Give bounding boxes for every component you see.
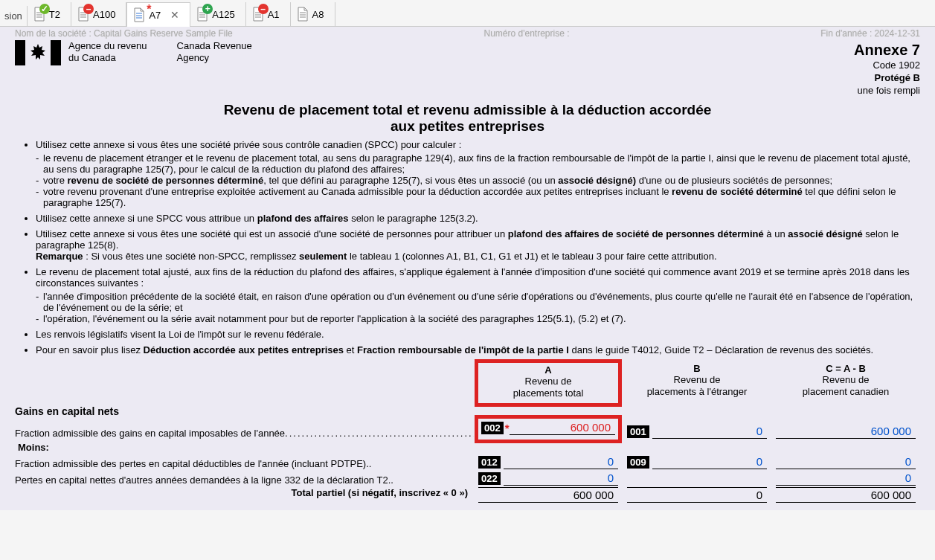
- document-icon: +: [196, 7, 208, 22]
- tab-a1[interactable]: – A1: [246, 2, 291, 26]
- value-field: 600 000: [776, 487, 916, 503]
- row-fraction-gains: Fraction admissible des gains en capital…: [15, 419, 920, 439]
- annexe-protected: Protégé B: [854, 72, 920, 85]
- value-field[interactable]: 0: [504, 471, 618, 486]
- document-icon: [297, 7, 309, 22]
- moins-label: Moins:: [18, 442, 920, 453]
- line-code: 009: [627, 456, 649, 469]
- line-code: 001: [627, 425, 649, 438]
- cell-c3: 0: [771, 471, 920, 486]
- col-b-header: B Revenu de placements à l'étranger: [623, 363, 771, 403]
- value-field: 0: [627, 487, 767, 503]
- annexe-code: Code 1902: [854, 59, 920, 72]
- tab-t2[interactable]: ✓ T2: [28, 2, 71, 26]
- instructions-list: Utilisez cette annexe si vous êtes une s…: [15, 139, 920, 355]
- value-field[interactable]: 600 000: [510, 420, 615, 435]
- section-gains: Gains en capital nets: [15, 405, 920, 417]
- row-pertes-nettes: Pertes en capital nettes d'autres années…: [15, 471, 920, 486]
- value-field[interactable]: 0: [652, 454, 767, 469]
- annexe-rempli: une fois rempli: [854, 85, 920, 97]
- value-field[interactable]: 0: [504, 454, 618, 469]
- cell-subtotal-b: 0: [623, 487, 771, 503]
- bullet-4: Le revenu de placement total ajusté, aux…: [36, 266, 920, 324]
- cell-c2: 0: [771, 454, 920, 469]
- meta-bn: Numéro d'entreprise :: [484, 28, 570, 39]
- value-field[interactable]: 0: [776, 454, 916, 469]
- tab-label: A100: [93, 9, 115, 20]
- tab-label: T2: [49, 9, 60, 20]
- bullet-3: Utilisez cette annexe si vous êtes une s…: [36, 228, 920, 262]
- page-title-1: Revenu de placement total et revenu admi…: [15, 102, 920, 118]
- agency-english: Canada Revenue Agency: [177, 40, 252, 63]
- cell-subtotal-a: 600 000: [474, 487, 623, 503]
- badge-minus-icon: –: [83, 4, 94, 14]
- line-code: 002: [481, 422, 504, 434]
- document-area: Agence du revenu du Canada Canada Revenu…: [0, 39, 935, 510]
- cell-012: 012 0: [474, 454, 623, 469]
- document-icon: *: [133, 7, 145, 22]
- value-field: 600 000: [478, 487, 618, 503]
- badge-check-icon: ✓: [39, 4, 50, 14]
- col-a-header: A Revenu de placements total: [474, 363, 623, 403]
- value-field[interactable]: 600 000: [776, 424, 916, 439]
- canada-flag-icon: [15, 40, 61, 65]
- close-icon[interactable]: ✕: [170, 9, 179, 21]
- bullet-1-sub-3: votre revenu provenant d'une entreprise …: [43, 186, 920, 208]
- bullet-4-sub-1: l'année d'imposition précédente de la so…: [43, 291, 920, 313]
- line-code: 012: [478, 456, 501, 469]
- tab-label: A1: [268, 9, 280, 20]
- bullet-5: Les renvois législatifs visent la Loi de…: [36, 329, 920, 340]
- bullet-6: Pour en savoir plus lisez Déduction acco…: [36, 344, 920, 355]
- value-field[interactable]: 0: [776, 471, 916, 486]
- agency-french: Agence du revenu du Canada: [68, 40, 147, 63]
- meta-company: Nom de la société : Capital Gains Reserv…: [15, 28, 233, 39]
- meta-yearend: Fin d'année : 2024-12-31: [820, 28, 920, 39]
- tab-a100[interactable]: – A100: [71, 2, 126, 26]
- doc-meta-strip: Nom de la société : Capital Gains Reserv…: [0, 27, 935, 39]
- row-subtotal: Total partiel (si négatif, inscrivez « 0…: [15, 487, 920, 503]
- cell-002: 002 * 600 000: [474, 419, 623, 439]
- column-headers: A Revenu de placements total B Revenu de…: [15, 363, 920, 403]
- tab-a7[interactable]: * A7 ✕: [126, 2, 190, 27]
- cell-subtotal-c: 600 000: [771, 487, 920, 503]
- value-field[interactable]: 0: [652, 424, 767, 439]
- row-fraction-pertes: Fraction admissible des pertes en capita…: [15, 454, 920, 469]
- tab-bar: sion ✓ T2 – A100 * A7 ✕ + A125 –: [0, 0, 935, 27]
- page-title-2: aux petites entreprises: [15, 118, 920, 135]
- subtotal-label: Total partiel (si négatif, inscrivez « 0…: [15, 487, 474, 503]
- line-code: 022: [478, 472, 501, 485]
- document-icon: ✓: [33, 7, 45, 22]
- computation-table: A Revenu de placements total B Revenu de…: [15, 363, 920, 503]
- tab-a8[interactable]: A8: [291, 2, 335, 26]
- cell-022: 022 0: [474, 471, 623, 486]
- bullet-4-sub-2: l'opération, l'événement ou la série ava…: [43, 313, 626, 324]
- badge-star-icon: *: [147, 3, 151, 16]
- tab-label: A125: [212, 9, 234, 20]
- bullet-1-sub-1: le revenu de placement étranger et le re…: [43, 152, 920, 175]
- annexe-block: Annexe 7 Code 1902 Protégé B une fois re…: [854, 40, 920, 97]
- bullet-1-sub-2: votre revenu de société de personnes dét…: [43, 175, 832, 186]
- tab-a125[interactable]: + A125: [190, 2, 245, 26]
- tab-label: A8: [312, 9, 324, 20]
- bullet-2: Utilisez cette annexe si une SPCC vous a…: [36, 213, 920, 224]
- col-c-header: C = A - B Revenu de placement canadien: [771, 363, 920, 403]
- tab-left-truncated: sion: [0, 6, 28, 26]
- document-icon: –: [77, 7, 89, 22]
- annexe-title: Annexe 7: [854, 40, 920, 59]
- document-icon: –: [252, 7, 264, 22]
- badge-plus-icon: +: [202, 4, 213, 14]
- cell-c1: 600 000: [771, 424, 920, 439]
- badge-minus-icon: –: [258, 4, 269, 14]
- cell-001: 001 0: [623, 424, 771, 439]
- letterhead: Agence du revenu du Canada Canada Revenu…: [15, 40, 920, 97]
- bullet-1: Utilisez cette annexe si vous êtes une s…: [36, 139, 920, 208]
- cell-009: 009 0: [623, 454, 771, 469]
